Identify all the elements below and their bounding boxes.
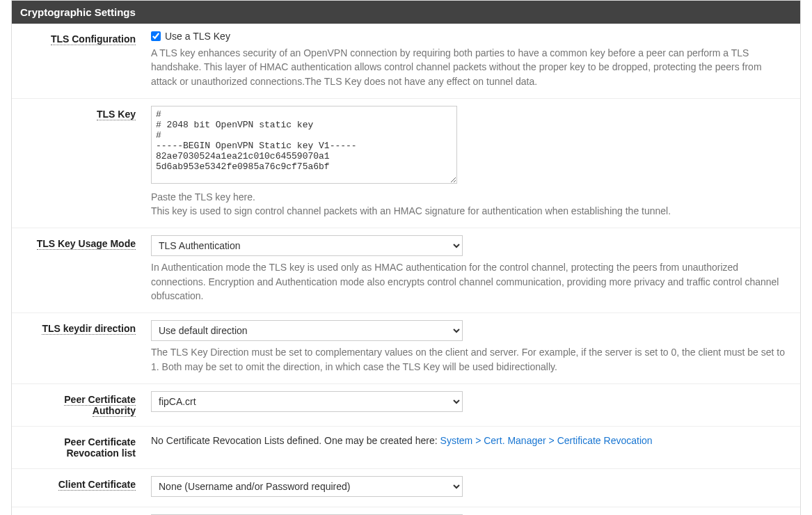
- row-peer-crl: Peer Certificate Revocation list No Cert…: [12, 427, 800, 469]
- cert-manager-link[interactable]: System > Cert. Manager > Certificate Rev…: [440, 435, 653, 446]
- cryptographic-settings-panel: Cryptographic Settings TLS Configuration…: [11, 0, 801, 515]
- label-tls-usage-mode: TLS Key Usage Mode: [12, 235, 144, 303]
- row-tls-key: TLS Key Paste the TLS key here. This key…: [12, 99, 800, 229]
- label-peer-ca: Peer Certificate Authority: [12, 391, 144, 416]
- row-encryption-algo: Encryption Algorithm BF-CBC (128 bit key…: [12, 507, 800, 515]
- label-tls-configuration: TLS Configuration: [12, 31, 144, 88]
- row-tls-usage-mode: TLS Key Usage Mode TLS Authentication In…: [12, 228, 800, 313]
- panel-title: Cryptographic Settings: [12, 1, 800, 24]
- label-tls-keydir: TLS keydir direction: [12, 320, 144, 374]
- tls-keydir-select[interactable]: Use default direction: [151, 320, 463, 341]
- row-tls-configuration: TLS Configuration Use a TLS Key A TLS ke…: [12, 24, 800, 99]
- tls-key-textarea[interactable]: [151, 106, 457, 184]
- peer-crl-text: No Certificate Revocation Lists defined.…: [151, 434, 789, 446]
- row-peer-ca: Peer Certificate Authority fipCA.crt: [12, 384, 800, 427]
- label-peer-crl: Peer Certificate Revocation list: [12, 434, 144, 459]
- row-client-cert: Client Certificate None (Username and/or…: [12, 469, 800, 507]
- help-tls-key-2: This key is used to sign control channel…: [151, 204, 789, 218]
- tls-checkbox-wrapper[interactable]: Use a TLS Key: [151, 31, 789, 42]
- help-tls-key-1: Paste the TLS key here.: [151, 190, 789, 204]
- help-tls-configuration: A TLS key enhances security of an OpenVP…: [151, 46, 789, 88]
- peer-crl-text-prefix: No Certificate Revocation Lists defined.…: [151, 435, 440, 446]
- label-client-cert: Client Certificate: [12, 476, 144, 497]
- use-tls-key-checkbox-label: Use a TLS Key: [165, 31, 230, 42]
- client-cert-select[interactable]: None (Username and/or Password required): [151, 476, 463, 497]
- peer-ca-select[interactable]: fipCA.crt: [151, 391, 463, 412]
- help-tls-keydir: The TLS Key Direction must be set to com…: [151, 345, 789, 374]
- help-tls-usage-mode: In Authentication mode the TLS key is us…: [151, 260, 789, 303]
- tls-usage-mode-select[interactable]: TLS Authentication: [151, 235, 463, 256]
- row-tls-keydir: TLS keydir direction Use default directi…: [12, 313, 800, 384]
- label-tls-key: TLS Key: [12, 106, 144, 219]
- use-tls-key-checkbox[interactable]: [151, 31, 161, 41]
